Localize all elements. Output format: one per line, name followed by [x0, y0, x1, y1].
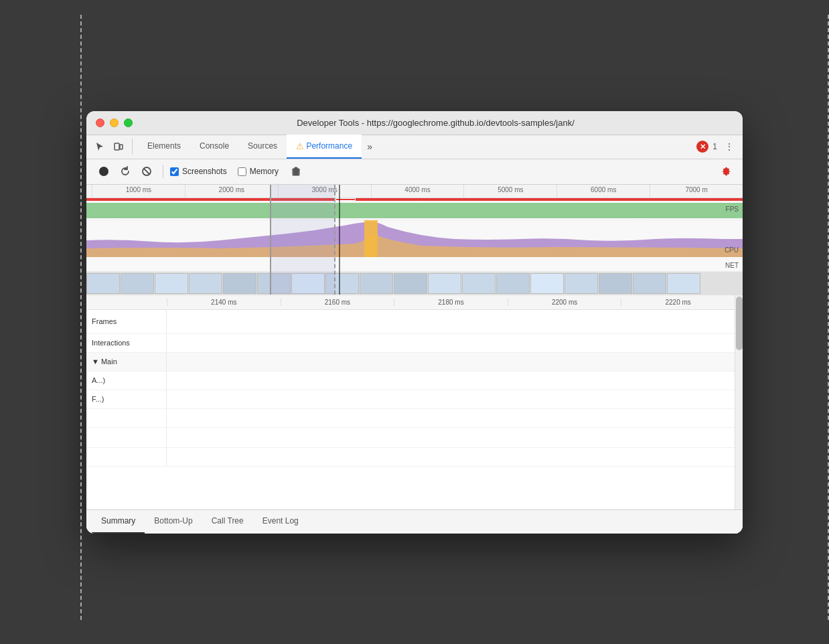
- interactions-track-row: Interactions: [86, 334, 735, 353]
- screenshot-thumb: [394, 273, 427, 294]
- cursor-icon[interactable]: [92, 139, 108, 155]
- screenshot-thumb: [564, 273, 598, 294]
- minimize-button[interactable]: [110, 118, 119, 127]
- screenshot-thumb: [360, 273, 393, 294]
- screenshot-thumb: [291, 273, 325, 294]
- time-mark-6: 6000 ms: [556, 185, 650, 198]
- frames-label: Frames: [86, 310, 167, 333]
- time-mark-5: 5000 ms: [463, 185, 556, 198]
- net-row: NET: [86, 257, 743, 272]
- tab-sources[interactable]: Sources: [238, 135, 287, 159]
- flame-row-3: app.update app.update app.update: [86, 409, 735, 428]
- fps-row: FPS: [86, 202, 743, 220]
- flame-label-1: A...): [92, 376, 105, 384]
- close-button[interactable]: [96, 118, 104, 127]
- main-label: ▼ Main: [86, 353, 167, 371]
- screenshots-toggle[interactable]: Screenshots: [170, 167, 227, 176]
- detail-ruler: 2140 ms 2160 ms 2180 ms 2200 ms 2220 ms: [86, 295, 735, 310]
- tab-bar-icons: [92, 139, 133, 155]
- scrollbar-thumb[interactable]: [736, 297, 743, 350]
- screenshot-strip: [86, 272, 743, 295]
- tab-performance[interactable]: ⚠ Performance: [287, 135, 362, 159]
- net-label: NET: [725, 262, 739, 269]
- devtools-body: Elements Console Sources ⚠ Performance »…: [86, 135, 743, 534]
- detail-mark-4: 2200 ms: [508, 299, 621, 306]
- reload-button[interactable]: [116, 162, 135, 181]
- detail-mark-5: 2220 ms: [621, 299, 735, 306]
- cpu-row: CPU: [86, 220, 743, 257]
- error-icon: ✕: [696, 141, 708, 153]
- dense-row-1: M...): [86, 428, 735, 448]
- window-title: Developer Tools - https://googlechrome.g…: [138, 118, 733, 128]
- screenshot-thumb: [189, 273, 222, 294]
- tab-more[interactable]: »: [362, 135, 378, 159]
- fps-label: FPS: [726, 206, 739, 213]
- toolbar: Screenshots Memory: [86, 159, 743, 185]
- overview-timeline[interactable]: 1000 ms 2000 ms 3000 ms 4000 ms 5000 ms …: [86, 185, 743, 295]
- long-task-bar: [86, 198, 743, 202]
- svg-rect-7: [364, 220, 378, 257]
- time-mark-2: 2000 ms: [185, 185, 278, 198]
- flame-row-2: F...) Function Call (app.js:61): [86, 390, 735, 409]
- tracks-container: 2140 ms 2160 ms 2180 ms 2200 ms 2220 ms …: [86, 295, 735, 509]
- screenshot-thumb: [223, 273, 256, 294]
- separator-1: [163, 165, 163, 178]
- device-icon[interactable]: [110, 139, 127, 155]
- screenshot-thumb: [599, 273, 632, 294]
- maximize-button[interactable]: [124, 118, 133, 127]
- marker-row: [86, 448, 735, 467]
- screenshots-checkbox[interactable]: [170, 167, 179, 176]
- flame-row-1: A...) Animation Frame Fired (app.js:94): [86, 372, 735, 390]
- tab-bottom-up[interactable]: Bottom-Up: [145, 509, 202, 534]
- screenshot-thumb: [530, 273, 564, 294]
- detail-area: 2140 ms 2160 ms 2180 ms 2200 ms 2220 ms …: [86, 295, 743, 509]
- svg-line-4: [144, 169, 149, 174]
- scrollbar[interactable]: [735, 295, 743, 509]
- detail-mark-2: 2160 ms: [281, 299, 394, 306]
- flame-label-2: F...): [92, 395, 104, 403]
- cpu-label: CPU: [725, 246, 739, 254]
- memory-toggle[interactable]: Memory: [238, 167, 279, 176]
- svg-rect-0: [115, 143, 119, 150]
- settings-button[interactable]: [716, 162, 735, 181]
- frames-track-row: Frames 90.8 ms: [86, 310, 735, 334]
- kebab-menu[interactable]: ⋮: [721, 139, 737, 155]
- memory-checkbox[interactable]: [238, 167, 246, 176]
- svg-rect-1: [120, 145, 123, 149]
- screenshot-thumb: [325, 273, 359, 294]
- tab-call-tree[interactable]: Call Tree: [202, 509, 253, 534]
- time-ruler: 1000 ms 2000 ms 3000 ms 4000 ms 5000 ms …: [86, 185, 743, 198]
- screenshot-thumb: [86, 273, 120, 294]
- clear-button[interactable]: [137, 162, 156, 181]
- interactions-label: Interactions: [86, 334, 167, 352]
- screenshot-thumb: [121, 273, 154, 294]
- record-button[interactable]: [94, 162, 113, 181]
- time-mark-1: 1000 ms: [92, 185, 185, 198]
- title-bar: Developer Tools - https://googlechrome.g…: [86, 111, 743, 135]
- warning-icon: ⚠: [296, 141, 304, 151]
- tab-event-log[interactable]: Event Log: [253, 509, 308, 534]
- time-mark-7: 7000 m: [650, 185, 743, 198]
- tab-summary[interactable]: Summary: [92, 509, 145, 534]
- main-header-row: ▼ Main: [86, 353, 735, 372]
- devtools-window: Developer Tools - https://googlechrome.g…: [86, 111, 743, 534]
- error-count: 1: [712, 142, 717, 151]
- time-mark-4: 4000 ms: [371, 185, 464, 198]
- tab-error-area: ✕ 1 ⋮: [696, 139, 737, 155]
- trash-button[interactable]: [287, 162, 305, 181]
- detail-mark-3: 2180 ms: [394, 299, 508, 306]
- detail-mark-1: 2140 ms: [167, 299, 281, 306]
- screenshot-thumb: [667, 273, 700, 294]
- bottom-tabs: Summary Bottom-Up Call Tree Event Log: [86, 509, 743, 534]
- tab-elements[interactable]: Elements: [138, 135, 190, 159]
- screenshot-thumb: [633, 273, 666, 294]
- tab-console[interactable]: Console: [190, 135, 238, 159]
- screenshot-thumb: [155, 273, 188, 294]
- screenshot-thumb: [496, 273, 530, 294]
- time-mark-3: 3000 ms: [278, 185, 371, 198]
- tab-bar: Elements Console Sources ⚠ Performance »…: [86, 135, 743, 159]
- screenshot-thumb: [257, 273, 291, 294]
- screenshot-thumb: [462, 273, 496, 294]
- svg-point-2: [99, 167, 108, 176]
- screenshot-thumb: [428, 273, 461, 294]
